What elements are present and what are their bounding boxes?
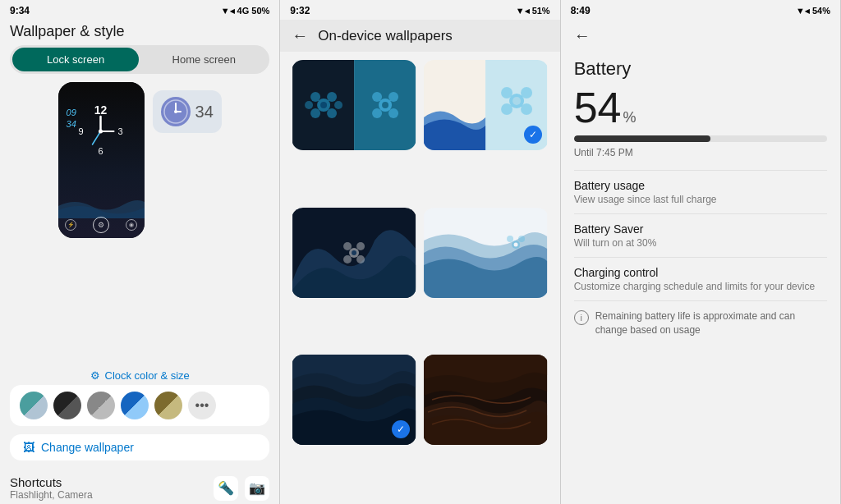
battery-saver-title: Battery Saver bbox=[574, 222, 827, 236]
shortcuts-left: Shortcuts Flashlight, Camera bbox=[10, 475, 93, 501]
shortcuts-section: Shortcuts Flashlight, Camera 🔦 📷 bbox=[0, 469, 279, 504]
battery-info-row: i Remaining battery life is approximate … bbox=[574, 300, 827, 337]
wallpaper-thumb-2[interactable]: ✓ bbox=[423, 60, 548, 150]
phone-mockup: 0934 12 3 6 9 bbox=[58, 82, 145, 238]
signal-icon-3: ▼◂ bbox=[796, 6, 810, 16]
phone-preview-area: 0934 12 3 6 9 bbox=[0, 82, 279, 364]
battery-pct-sym: % bbox=[623, 109, 636, 126]
battery-usage-sub: View usage since last full charge bbox=[574, 194, 827, 205]
battery-bar-track bbox=[574, 135, 827, 142]
phone-screen: 0934 12 3 6 9 bbox=[58, 82, 145, 238]
phone-icon-right: ◉ bbox=[126, 219, 137, 231]
svg-point-42 bbox=[352, 250, 356, 255]
battery-section: Battery 54 % Until 7:45 PM Battery usage… bbox=[561, 50, 840, 337]
wallpaper-thumb-4[interactable] bbox=[423, 208, 548, 298]
svg-point-24 bbox=[388, 92, 398, 102]
aside-clock-text: 34 bbox=[195, 103, 214, 121]
time-1: 9:34 bbox=[10, 5, 30, 16]
wallpaper-thumb-5[interactable]: ✓ bbox=[292, 355, 416, 445]
camera-icon-box[interactable]: 📷 bbox=[245, 476, 269, 501]
panel-battery: 8:49 ▼◂ 54% ← Battery 54 % Until 7:45 PM… bbox=[561, 0, 841, 504]
swatch-teal[interactable] bbox=[20, 392, 48, 419]
svg-line-6 bbox=[93, 131, 101, 144]
battery-number: 54 bbox=[574, 86, 622, 129]
status-icons-3: ▼◂ 54% bbox=[796, 6, 830, 16]
svg-point-19 bbox=[305, 101, 313, 109]
svg-point-18 bbox=[327, 108, 337, 118]
svg-point-35 bbox=[513, 97, 522, 105]
info-icon: i bbox=[574, 310, 589, 325]
clock-color-label[interactable]: ⚙ Clock color & size bbox=[0, 364, 279, 385]
signal-icon-1: ▼◂ bbox=[221, 6, 235, 16]
battery-usage-title: Battery usage bbox=[574, 179, 827, 192]
svg-point-23 bbox=[372, 92, 382, 102]
svg-point-45 bbox=[508, 236, 514, 242]
status-icons-2: ▼◂ 51% bbox=[516, 6, 550, 16]
battery-eta: Until 7:45 PM bbox=[574, 147, 827, 158]
battery-title: Battery bbox=[574, 58, 827, 80]
svg-text:6: 6 bbox=[98, 146, 103, 156]
svg-point-41 bbox=[356, 255, 365, 263]
phone-icon-left: ⚡ bbox=[65, 219, 76, 231]
swatch-olive[interactable] bbox=[154, 392, 182, 419]
swatch-more-button[interactable]: ••• bbox=[188, 392, 216, 419]
svg-point-38 bbox=[343, 242, 352, 250]
flashlight-icon-box[interactable]: 🔦 bbox=[214, 476, 238, 501]
color-swatches: ••• bbox=[10, 385, 269, 426]
phone-bottom-icons: ⚡ ⚙ ◉ bbox=[65, 217, 137, 233]
back-button-2[interactable]: ← bbox=[292, 26, 308, 45]
svg-point-39 bbox=[356, 242, 365, 250]
svg-point-31 bbox=[502, 87, 513, 99]
svg-point-47 bbox=[514, 242, 518, 246]
clock-face: 12 3 6 9 bbox=[75, 105, 128, 158]
svg-point-16 bbox=[327, 92, 337, 102]
change-wallpaper-button[interactable]: 🖼 Change wallpaper bbox=[10, 434, 269, 460]
wallpaper-thumb-3[interactable] bbox=[292, 208, 416, 298]
shortcuts-right: 🔦 📷 bbox=[214, 476, 269, 501]
svg-point-20 bbox=[334, 101, 342, 109]
network-icon-1: 4G bbox=[237, 6, 250, 16]
swatch-blue[interactable] bbox=[121, 392, 149, 419]
svg-point-17 bbox=[310, 108, 320, 118]
wallpaper-thumb-6[interactable] bbox=[423, 355, 548, 445]
swatch-gray[interactable] bbox=[87, 392, 115, 419]
svg-point-33 bbox=[502, 103, 513, 115]
aside-clock-circle bbox=[161, 97, 191, 126]
wallpaper-grid: ✓ bbox=[280, 52, 559, 504]
panel-wallpapers: 9:32 ▼◂ 51% ← On-device wallpapers bbox=[280, 0, 560, 504]
svg-point-25 bbox=[372, 108, 382, 118]
shortcuts-subtitle: Flashlight, Camera bbox=[10, 489, 93, 501]
svg-point-15 bbox=[310, 92, 320, 102]
panel2-header: ← On-device wallpapers bbox=[280, 20, 559, 52]
charging-control-sub: Customize charging schedule and limits f… bbox=[574, 281, 827, 292]
battery-menu-charging[interactable]: Charging control Customize charging sche… bbox=[574, 257, 827, 300]
phone-aside: 34 bbox=[153, 82, 222, 133]
svg-text:9: 9 bbox=[78, 126, 83, 136]
panel-wallpaper-style: 9:34 ▼◂ 4G 50% Wallpaper & style Lock sc… bbox=[0, 0, 280, 504]
svg-point-46 bbox=[519, 236, 526, 242]
panel3-header: ← bbox=[561, 20, 840, 50]
time-3: 8:49 bbox=[571, 5, 591, 16]
status-bar-1: 9:34 ▼◂ 4G 50% bbox=[0, 0, 279, 20]
svg-point-40 bbox=[343, 255, 352, 263]
tab-home-screen[interactable]: Home screen bbox=[140, 48, 267, 71]
svg-text:12: 12 bbox=[94, 105, 108, 117]
back-button-3[interactable]: ← bbox=[574, 26, 591, 45]
status-bar-2: 9:32 ▼◂ 51% bbox=[280, 0, 559, 20]
aside-clock-widget: 34 bbox=[153, 90, 222, 133]
battery-menu-saver[interactable]: Battery Saver Will turn on at 30% bbox=[574, 213, 827, 257]
tab-lock-screen[interactable]: Lock screen bbox=[12, 48, 139, 71]
battery-3: 54% bbox=[812, 6, 830, 16]
gear-icon: ⚙ bbox=[90, 369, 100, 382]
svg-point-27 bbox=[382, 102, 388, 108]
battery-2: 51% bbox=[532, 6, 550, 16]
svg-point-11 bbox=[174, 110, 177, 113]
battery-icon-1: 50% bbox=[251, 6, 269, 16]
image-icon: 🖼 bbox=[23, 441, 34, 454]
battery-menu-usage[interactable]: Battery usage View usage since last full… bbox=[574, 170, 827, 213]
panel2-title: On-device wallpapers bbox=[318, 28, 452, 44]
swatch-black[interactable] bbox=[53, 392, 81, 419]
wallpaper-thumb-1[interactable] bbox=[292, 60, 416, 150]
battery-saver-sub: Will turn on at 30% bbox=[574, 237, 827, 249]
svg-point-21 bbox=[320, 102, 327, 108]
